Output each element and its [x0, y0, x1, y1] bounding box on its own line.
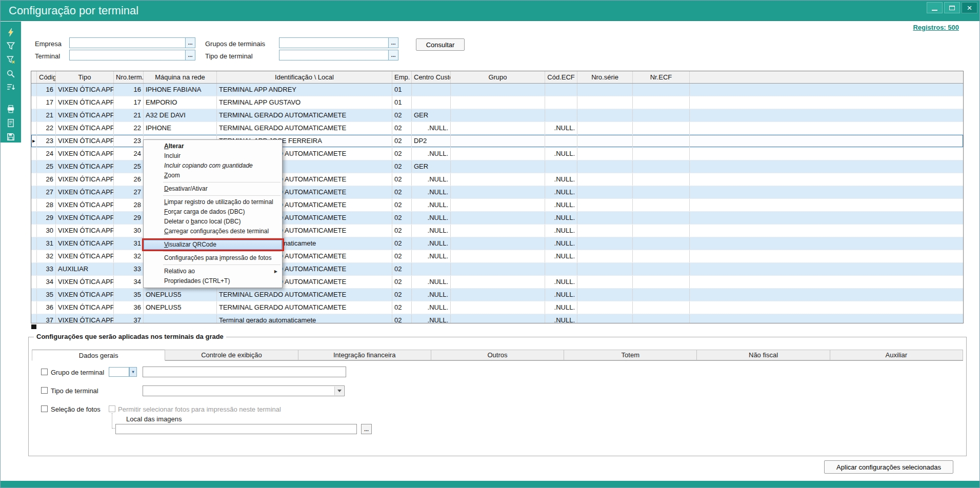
tab-outros[interactable]: Outros — [431, 350, 564, 360]
cell-tipo: VIXEN ÓTICA APP — [56, 84, 114, 96]
table-row[interactable]: 16VIXEN ÓTICA APP16IPHONE FABIANATERMINA… — [31, 84, 963, 96]
tab-n-o-fiscal[interactable]: Não fiscal — [697, 350, 830, 360]
table-row[interactable]: 21VIXEN ÓTICA APP21A32 DE DAVITERMINAL G… — [31, 109, 963, 122]
column-header[interactable]: Grupo — [451, 71, 545, 83]
grupos-browse-button[interactable]: ... — [388, 37, 398, 48]
cell-codecf: .NULL. — [545, 199, 577, 211]
table-row[interactable]: 17VIXEN ÓTICA APP17EMPORIOTERMINAL APP G… — [31, 96, 963, 109]
scroll-notch — [31, 324, 36, 329]
tipo-de-terminal-checkbox[interactable] — [41, 387, 48, 394]
column-header[interactable]: Centro Custo — [412, 71, 451, 83]
empresa-input[interactable] — [69, 37, 186, 48]
context-menu-item[interactable]: Deletar o banco local (DBC) — [144, 217, 282, 227]
save-icon[interactable] — [4, 131, 17, 143]
column-header[interactable]: Nro.term. — [114, 71, 144, 83]
config-group-title: Configurações que serão aplicadas nos te… — [34, 333, 226, 340]
tab-totem[interactable]: Totem — [564, 350, 697, 360]
cell-nro: 26 — [114, 173, 144, 186]
cell-nrecf — [633, 301, 690, 314]
cell-nrecf — [633, 84, 690, 96]
cell-serie — [577, 212, 633, 224]
cell-codigo: 29 — [37, 212, 56, 224]
column-header[interactable]: Emp. — [392, 71, 412, 83]
table-row[interactable]: 35VIXEN ÓTICA APP35ONEPLUS5TERMINAL GERA… — [31, 289, 963, 301]
cell-serie — [577, 122, 633, 134]
context-menu-item[interactable]: Carregar configurações deste terminal — [144, 227, 282, 236]
consultar-button[interactable]: Consultar — [416, 38, 465, 51]
column-header[interactable]: Código — [37, 71, 56, 83]
window-title: Configuração por terminal — [1, 4, 138, 17]
maximize-button[interactable] — [944, 2, 960, 13]
context-menu-item[interactable]: Visualizar QRCode — [144, 240, 282, 250]
context-menu-item[interactable]: Limpar registro de utilização do termina… — [144, 197, 282, 207]
cell-serie — [577, 314, 633, 323]
empresa-browse-button[interactable]: ... — [185, 37, 195, 48]
cell-maquina: ONEPLUS5 — [144, 301, 217, 314]
tab-controle-de-exibi-o[interactable]: Controle de exibição — [165, 350, 298, 360]
column-header[interactable]: Cód.ECF — [545, 71, 577, 83]
cell-codigo: 23 — [37, 135, 56, 147]
filter-clear-icon[interactable] — [4, 54, 17, 66]
table-row[interactable]: 36VIXEN ÓTICA APP36ONEPLUS5TERMINAL GERA… — [31, 301, 963, 314]
tipo-de-terminal-input[interactable] — [279, 50, 389, 60]
report-icon[interactable] — [4, 117, 17, 129]
table-row[interactable]: 22VIXEN ÓTICA APP22IPHONETERMINAL GERADO… — [31, 122, 963, 135]
grupos-de-terminais-input[interactable] — [279, 37, 389, 48]
cell-tipo: AUXILIAR — [56, 263, 114, 275]
combobox-dropdown-button[interactable] — [334, 387, 344, 395]
terminal-input[interactable] — [69, 50, 186, 60]
context-menu-item[interactable]: Incluir — [144, 151, 282, 161]
grupo-de-terminal-checkbox[interactable] — [41, 369, 48, 375]
tab-dados-gerais[interactable]: Dados gerais — [32, 350, 165, 361]
cell-nrecf — [633, 160, 690, 173]
row-gutter — [31, 314, 37, 323]
grupos-de-terminais-label: Grupos de terminais — [205, 40, 265, 48]
apply-configurations-button[interactable]: Aplicar configurações selecionadas — [824, 460, 953, 474]
context-menu-item[interactable]: Incluir copiando com quantidade — [144, 161, 282, 171]
empresa-label: Empresa — [35, 40, 62, 48]
column-header[interactable]: Nro.série — [577, 71, 633, 83]
context-menu-item[interactable]: Configurações para impressão de fotos — [144, 253, 282, 263]
filter-icon[interactable] — [4, 40, 17, 52]
lightning-icon[interactable] — [4, 27, 17, 38]
column-header[interactable]: Nr.ECF — [633, 71, 690, 83]
cell-centro: .NULL. — [412, 237, 451, 250]
terminal-browse-button[interactable]: ... — [185, 50, 195, 60]
cell-maquina: A32 DE DAVI — [144, 109, 217, 121]
row-gutter — [31, 276, 37, 288]
printer-icon[interactable] — [4, 104, 17, 115]
cell-nro: 25 — [114, 160, 144, 173]
context-menu-item[interactable]: Propriedades (CTRL+T) — [144, 276, 282, 286]
grupo-code-input[interactable] — [109, 367, 129, 377]
cell-grupo — [451, 225, 545, 237]
column-header[interactable]: Tipo — [56, 71, 114, 83]
cell-serie — [577, 84, 633, 96]
column-header[interactable]: Máquina na rede — [144, 71, 217, 83]
menu-separator — [144, 180, 282, 184]
context-menu-item[interactable]: Desativar/Ativar — [144, 184, 282, 194]
tab-auxiliar[interactable]: Auxiliar — [830, 350, 963, 360]
cell-codigo: 22 — [37, 122, 56, 134]
cell-nro: 29 — [114, 212, 144, 224]
cell-grupo — [451, 160, 545, 173]
cell-nro: 23 — [114, 135, 144, 147]
magnifier-icon[interactable] — [4, 68, 17, 79]
tipo-de-terminal-combobox[interactable] — [143, 385, 345, 396]
local-das-imagens-input[interactable] — [115, 424, 357, 434]
grupo-lookup-button[interactable]: ▾ — [129, 367, 137, 377]
selecao-de-fotos-checkbox[interactable] — [41, 405, 48, 412]
table-row[interactable]: 37VIXEN ÓTICA APP37Terminal gerado autom… — [31, 314, 963, 323]
minimize-button[interactable] — [927, 2, 943, 13]
grupo-description-input[interactable] — [143, 367, 346, 377]
local-browse-button[interactable]: ... — [361, 424, 372, 434]
cell-serie — [577, 250, 633, 262]
tipo-browse-button[interactable]: ... — [388, 50, 398, 60]
context-menu-item[interactable]: Alterar — [144, 141, 282, 151]
tab-integra-o-financeira[interactable]: Integração financeira — [298, 350, 431, 360]
close-button[interactable]: × — [962, 2, 977, 13]
context-menu-item[interactable]: Forçar carga de dados (DBC) — [144, 207, 282, 217]
sort-icon[interactable] — [4, 82, 17, 93]
context-menu-item[interactable]: Zoom — [144, 171, 282, 180]
context-menu-item[interactable]: Relativo ao▶ — [144, 267, 282, 276]
column-header[interactable]: Identificação \ Local — [217, 71, 392, 83]
